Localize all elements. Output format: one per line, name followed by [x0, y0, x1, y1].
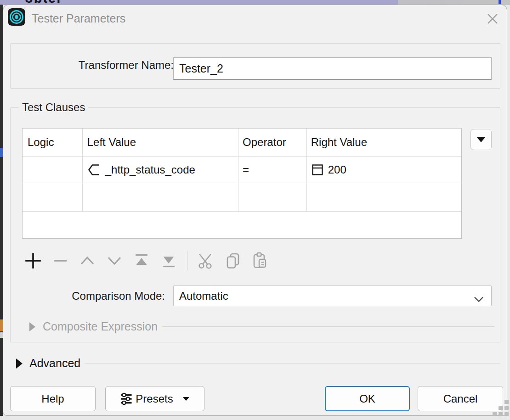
move-to-top-icon — [132, 252, 151, 270]
tester-parameters-dialog: Tester Parameters Transformer Name: Test… — [3, 5, 507, 416]
table-row-empty[interactable] — [23, 183, 461, 211]
move-up-button[interactable] — [78, 251, 97, 271]
section-rule — [85, 363, 500, 364]
advanced-toggle[interactable]: Advanced — [15, 357, 500, 370]
row-divider — [23, 211, 461, 212]
comparison-mode-value: Automatic — [179, 290, 228, 302]
text-editor-icon — [311, 163, 324, 176]
chevron-down-icon — [105, 252, 124, 270]
advanced-label: Advanced — [29, 357, 80, 370]
attribute-icon — [87, 163, 101, 177]
cut-button[interactable] — [196, 251, 215, 271]
cell-left-value[interactable]: _http_status_code — [82, 157, 238, 183]
remove-row-button[interactable] — [51, 251, 70, 271]
composite-expression-toggle[interactable]: Composite Expression — [28, 320, 494, 333]
close-button[interactable] — [485, 11, 500, 27]
section-rule — [162, 326, 494, 327]
test-clauses-group-title: Test Clauses — [19, 101, 88, 114]
toolbar-separator — [187, 251, 187, 270]
transformer-name-input[interactable] — [173, 57, 492, 80]
paste-icon — [251, 252, 269, 270]
test-clauses-group: Test Clauses Logic Left Value Operator R… — [10, 107, 500, 342]
collapsed-arrow-icon — [28, 321, 36, 332]
composite-expression-label: Composite Expression — [43, 320, 158, 333]
left-value-text: _http_status_code — [105, 163, 195, 176]
table-header-row: Logic Left Value Operator Right Value — [23, 129, 461, 156]
move-to-bottom-icon — [159, 252, 178, 270]
column-header-right-value[interactable]: Right Value — [306, 129, 461, 156]
ok-button-label: OK — [359, 392, 375, 405]
presets-caret-icon — [182, 397, 190, 401]
tester-transformer-icon — [8, 8, 25, 26]
comparison-mode-select[interactable]: Automatic — [173, 286, 492, 306]
table-row[interactable]: _http_status_code = 200 — [23, 157, 461, 183]
close-icon — [487, 13, 499, 25]
copy-button[interactable] — [223, 251, 243, 271]
copy-icon — [224, 252, 242, 270]
minus-icon — [51, 252, 69, 270]
column-header-left-value[interactable]: Left Value — [82, 129, 238, 156]
resize-grip[interactable] — [492, 400, 509, 419]
presets-button-label: Presets — [136, 392, 173, 405]
dropdown-triangle-icon — [476, 136, 486, 143]
move-to-bottom-button[interactable] — [159, 251, 178, 271]
help-button-label: Help — [41, 392, 64, 405]
help-button[interactable]: Help — [10, 386, 96, 411]
move-down-button[interactable] — [105, 251, 124, 271]
transformer-name-label: Transformer Name: — [50, 59, 174, 72]
select-chevron-icon — [474, 292, 484, 305]
test-clauses-table[interactable]: Logic Left Value Operator Right Value _h… — [22, 128, 462, 239]
background-blue-tick — [499, 0, 501, 4]
chevron-up-icon — [78, 252, 96, 270]
column-header-logic[interactable]: Logic — [23, 129, 82, 156]
row-toolbar — [23, 249, 270, 272]
cancel-button[interactable]: Cancel — [418, 386, 503, 411]
collapsed-arrow-icon — [15, 358, 23, 370]
presets-button[interactable]: Presets — [105, 386, 204, 411]
paste-button[interactable] — [250, 251, 270, 271]
comparison-mode-label: Comparison Mode: — [47, 290, 165, 302]
cell-operator[interactable]: = — [238, 157, 306, 183]
screen: obter Tester Parameters — [0, 0, 510, 420]
transformer-name-group: Transformer Name: — [10, 43, 500, 89]
plus-icon — [23, 251, 43, 270]
add-row-button[interactable] — [23, 251, 43, 271]
sliders-icon — [120, 392, 133, 405]
cell-logic[interactable] — [23, 157, 82, 183]
column-header-operator[interactable]: Operator — [238, 129, 306, 156]
cancel-button-label: Cancel — [443, 392, 478, 405]
dialog-title: Tester Parameters — [32, 5, 125, 32]
move-to-top-button[interactable] — [132, 251, 151, 271]
right-value-text: 200 — [328, 163, 346, 176]
scissors-icon — [197, 252, 215, 270]
cell-right-value[interactable]: 200 — [306, 157, 461, 183]
table-menu-button[interactable] — [470, 129, 492, 150]
ok-button[interactable]: OK — [325, 386, 410, 411]
title-bar[interactable]: Tester Parameters — [3, 5, 507, 34]
